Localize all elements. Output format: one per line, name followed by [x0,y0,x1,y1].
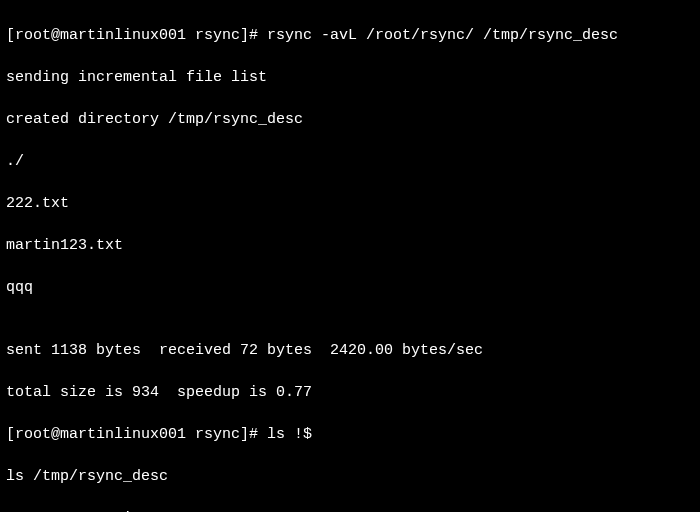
terminal-line: created directory /tmp/rsync_desc [6,109,694,130]
terminal-line: 222.txt martin123.txt qqq [6,508,694,512]
terminal-line: sent 1138 bytes received 72 bytes 2420.0… [6,340,694,361]
terminal-window[interactable]: [root@martinlinux001 rsync]# rsync -avL … [0,0,700,512]
terminal-line: ls /tmp/rsync_desc [6,466,694,487]
terminal-line: [root@martinlinux001 rsync]# rsync -avL … [6,25,694,46]
terminal-line: total size is 934 speedup is 0.77 [6,382,694,403]
terminal-line: qqq [6,277,694,298]
terminal-line: [root@martinlinux001 rsync]# ls !$ [6,424,694,445]
terminal-line: martin123.txt [6,235,694,256]
terminal-line: sending incremental file list [6,67,694,88]
terminal-line: ./ [6,151,694,172]
terminal-line: 222.txt [6,193,694,214]
